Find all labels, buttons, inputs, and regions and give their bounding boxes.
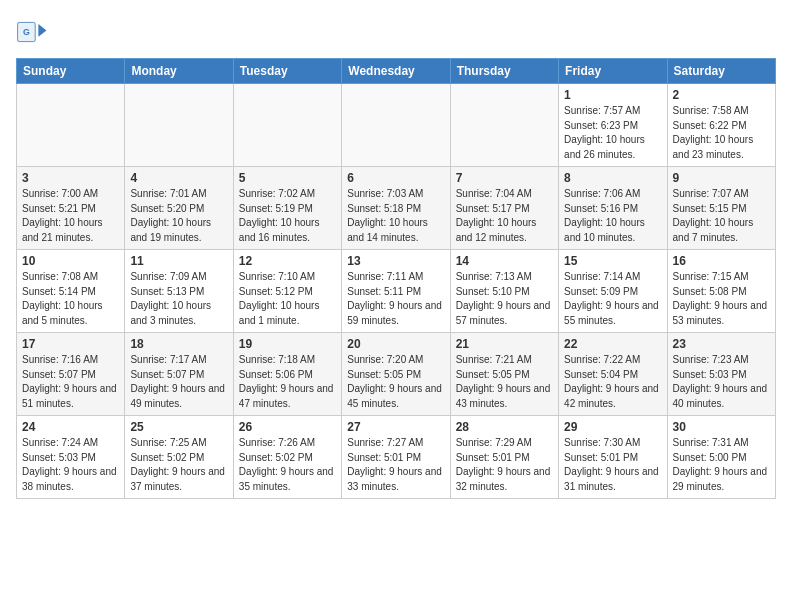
page-header: G <box>16 16 776 48</box>
day-info: Sunrise: 7:21 AM Sunset: 5:05 PM Dayligh… <box>456 353 553 411</box>
calendar-cell: 11Sunrise: 7:09 AM Sunset: 5:13 PM Dayli… <box>125 250 233 333</box>
day-info: Sunrise: 7:01 AM Sunset: 5:20 PM Dayligh… <box>130 187 227 245</box>
day-number: 13 <box>347 254 444 268</box>
calendar-cell <box>450 84 558 167</box>
day-info: Sunrise: 7:13 AM Sunset: 5:10 PM Dayligh… <box>456 270 553 328</box>
calendar-cell: 20Sunrise: 7:20 AM Sunset: 5:05 PM Dayli… <box>342 333 450 416</box>
day-number: 20 <box>347 337 444 351</box>
calendar-cell: 26Sunrise: 7:26 AM Sunset: 5:02 PM Dayli… <box>233 416 341 499</box>
day-number: 17 <box>22 337 119 351</box>
day-info: Sunrise: 7:25 AM Sunset: 5:02 PM Dayligh… <box>130 436 227 494</box>
day-info: Sunrise: 7:26 AM Sunset: 5:02 PM Dayligh… <box>239 436 336 494</box>
day-info: Sunrise: 7:23 AM Sunset: 5:03 PM Dayligh… <box>673 353 770 411</box>
calendar-cell <box>125 84 233 167</box>
column-header-sunday: Sunday <box>17 59 125 84</box>
calendar-cell: 15Sunrise: 7:14 AM Sunset: 5:09 PM Dayli… <box>559 250 667 333</box>
calendar-cell: 19Sunrise: 7:18 AM Sunset: 5:06 PM Dayli… <box>233 333 341 416</box>
day-number: 23 <box>673 337 770 351</box>
calendar: SundayMondayTuesdayWednesdayThursdayFrid… <box>16 58 776 499</box>
day-number: 18 <box>130 337 227 351</box>
day-number: 28 <box>456 420 553 434</box>
calendar-cell: 4Sunrise: 7:01 AM Sunset: 5:20 PM Daylig… <box>125 167 233 250</box>
day-number: 11 <box>130 254 227 268</box>
day-number: 14 <box>456 254 553 268</box>
week-row-3: 10Sunrise: 7:08 AM Sunset: 5:14 PM Dayli… <box>17 250 776 333</box>
day-info: Sunrise: 7:30 AM Sunset: 5:01 PM Dayligh… <box>564 436 661 494</box>
day-info: Sunrise: 7:27 AM Sunset: 5:01 PM Dayligh… <box>347 436 444 494</box>
day-number: 27 <box>347 420 444 434</box>
column-header-saturday: Saturday <box>667 59 775 84</box>
calendar-cell: 2Sunrise: 7:58 AM Sunset: 6:22 PM Daylig… <box>667 84 775 167</box>
calendar-cell: 9Sunrise: 7:07 AM Sunset: 5:15 PM Daylig… <box>667 167 775 250</box>
day-info: Sunrise: 7:09 AM Sunset: 5:13 PM Dayligh… <box>130 270 227 328</box>
calendar-cell: 13Sunrise: 7:11 AM Sunset: 5:11 PM Dayli… <box>342 250 450 333</box>
day-info: Sunrise: 7:10 AM Sunset: 5:12 PM Dayligh… <box>239 270 336 328</box>
calendar-cell: 14Sunrise: 7:13 AM Sunset: 5:10 PM Dayli… <box>450 250 558 333</box>
day-number: 10 <box>22 254 119 268</box>
calendar-cell: 8Sunrise: 7:06 AM Sunset: 5:16 PM Daylig… <box>559 167 667 250</box>
svg-text:G: G <box>23 27 30 37</box>
calendar-cell: 25Sunrise: 7:25 AM Sunset: 5:02 PM Dayli… <box>125 416 233 499</box>
day-info: Sunrise: 7:18 AM Sunset: 5:06 PM Dayligh… <box>239 353 336 411</box>
day-number: 24 <box>22 420 119 434</box>
day-info: Sunrise: 7:07 AM Sunset: 5:15 PM Dayligh… <box>673 187 770 245</box>
day-number: 7 <box>456 171 553 185</box>
calendar-header-row: SundayMondayTuesdayWednesdayThursdayFrid… <box>17 59 776 84</box>
day-info: Sunrise: 7:06 AM Sunset: 5:16 PM Dayligh… <box>564 187 661 245</box>
calendar-cell <box>233 84 341 167</box>
day-info: Sunrise: 7:15 AM Sunset: 5:08 PM Dayligh… <box>673 270 770 328</box>
calendar-cell: 28Sunrise: 7:29 AM Sunset: 5:01 PM Dayli… <box>450 416 558 499</box>
calendar-cell: 18Sunrise: 7:17 AM Sunset: 5:07 PM Dayli… <box>125 333 233 416</box>
svg-marker-2 <box>38 24 46 37</box>
column-header-friday: Friday <box>559 59 667 84</box>
day-info: Sunrise: 7:14 AM Sunset: 5:09 PM Dayligh… <box>564 270 661 328</box>
calendar-cell: 23Sunrise: 7:23 AM Sunset: 5:03 PM Dayli… <box>667 333 775 416</box>
calendar-cell: 1Sunrise: 7:57 AM Sunset: 6:23 PM Daylig… <box>559 84 667 167</box>
calendar-cell: 16Sunrise: 7:15 AM Sunset: 5:08 PM Dayli… <box>667 250 775 333</box>
calendar-cell: 17Sunrise: 7:16 AM Sunset: 5:07 PM Dayli… <box>17 333 125 416</box>
calendar-cell: 24Sunrise: 7:24 AM Sunset: 5:03 PM Dayli… <box>17 416 125 499</box>
week-row-1: 1Sunrise: 7:57 AM Sunset: 6:23 PM Daylig… <box>17 84 776 167</box>
day-number: 22 <box>564 337 661 351</box>
day-number: 19 <box>239 337 336 351</box>
day-info: Sunrise: 7:17 AM Sunset: 5:07 PM Dayligh… <box>130 353 227 411</box>
day-number: 3 <box>22 171 119 185</box>
day-info: Sunrise: 7:02 AM Sunset: 5:19 PM Dayligh… <box>239 187 336 245</box>
calendar-cell: 7Sunrise: 7:04 AM Sunset: 5:17 PM Daylig… <box>450 167 558 250</box>
day-number: 4 <box>130 171 227 185</box>
day-info: Sunrise: 7:24 AM Sunset: 5:03 PM Dayligh… <box>22 436 119 494</box>
calendar-cell: 27Sunrise: 7:27 AM Sunset: 5:01 PM Dayli… <box>342 416 450 499</box>
logo-icon: G <box>16 16 48 48</box>
day-info: Sunrise: 7:22 AM Sunset: 5:04 PM Dayligh… <box>564 353 661 411</box>
calendar-cell: 10Sunrise: 7:08 AM Sunset: 5:14 PM Dayli… <box>17 250 125 333</box>
calendar-cell: 6Sunrise: 7:03 AM Sunset: 5:18 PM Daylig… <box>342 167 450 250</box>
day-number: 12 <box>239 254 336 268</box>
calendar-cell <box>17 84 125 167</box>
day-number: 21 <box>456 337 553 351</box>
day-number: 25 <box>130 420 227 434</box>
column-header-monday: Monday <box>125 59 233 84</box>
day-info: Sunrise: 7:11 AM Sunset: 5:11 PM Dayligh… <box>347 270 444 328</box>
day-info: Sunrise: 7:31 AM Sunset: 5:00 PM Dayligh… <box>673 436 770 494</box>
calendar-cell: 5Sunrise: 7:02 AM Sunset: 5:19 PM Daylig… <box>233 167 341 250</box>
calendar-cell: 30Sunrise: 7:31 AM Sunset: 5:00 PM Dayli… <box>667 416 775 499</box>
day-number: 5 <box>239 171 336 185</box>
day-number: 29 <box>564 420 661 434</box>
week-row-5: 24Sunrise: 7:24 AM Sunset: 5:03 PM Dayli… <box>17 416 776 499</box>
day-number: 1 <box>564 88 661 102</box>
calendar-cell: 21Sunrise: 7:21 AM Sunset: 5:05 PM Dayli… <box>450 333 558 416</box>
column-header-thursday: Thursday <box>450 59 558 84</box>
day-number: 9 <box>673 171 770 185</box>
column-header-tuesday: Tuesday <box>233 59 341 84</box>
day-info: Sunrise: 7:58 AM Sunset: 6:22 PM Dayligh… <box>673 104 770 162</box>
day-number: 6 <box>347 171 444 185</box>
column-header-wednesday: Wednesday <box>342 59 450 84</box>
calendar-cell: 12Sunrise: 7:10 AM Sunset: 5:12 PM Dayli… <box>233 250 341 333</box>
day-number: 30 <box>673 420 770 434</box>
week-row-2: 3Sunrise: 7:00 AM Sunset: 5:21 PM Daylig… <box>17 167 776 250</box>
calendar-cell: 3Sunrise: 7:00 AM Sunset: 5:21 PM Daylig… <box>17 167 125 250</box>
day-info: Sunrise: 7:20 AM Sunset: 5:05 PM Dayligh… <box>347 353 444 411</box>
logo: G <box>16 16 52 48</box>
calendar-cell: 22Sunrise: 7:22 AM Sunset: 5:04 PM Dayli… <box>559 333 667 416</box>
day-info: Sunrise: 7:16 AM Sunset: 5:07 PM Dayligh… <box>22 353 119 411</box>
